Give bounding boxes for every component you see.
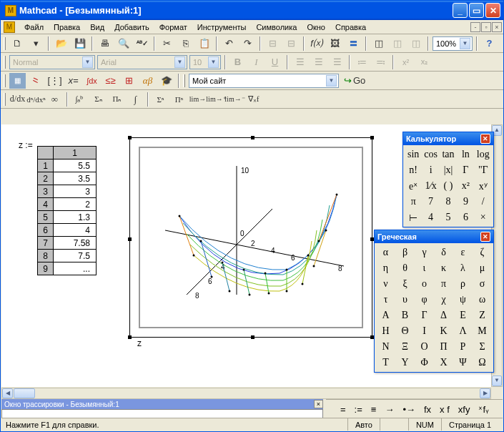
calculator-palette[interactable]: Калькулятор ✕ sincostanlnlogn!i|x|Γ"Γeˣ1… — [402, 132, 494, 227]
greek-key[interactable]: Σ — [473, 339, 492, 355]
copy-button[interactable]: ⎘ — [177, 36, 194, 51]
palette-title[interactable]: Калькулятор ✕ — [403, 132, 493, 145]
symbolic-palette-button[interactable]: 🎓 — [158, 73, 174, 89]
menu-инструменты[interactable]: Инструменты — [192, 21, 252, 33]
greek-key[interactable]: ε — [453, 245, 473, 260]
greek-key[interactable]: Η — [376, 323, 395, 339]
greek-key[interactable]: χ — [434, 292, 453, 308]
eval-palette-button[interactable]: x= — [65, 73, 81, 89]
calc-key[interactable]: × — [475, 210, 492, 225]
site-combo[interactable]: Мой сайт ▼ — [189, 74, 339, 88]
limit-button[interactable]: lim→ — [189, 92, 206, 107]
greek-key[interactable]: Β — [395, 308, 415, 323]
bold-button[interactable]: B — [229, 54, 246, 70]
eval-op[interactable]: ˣfᵧ — [478, 404, 489, 415]
greek-key[interactable]: ξ — [395, 276, 415, 292]
mdi-minimize[interactable]: - — [470, 22, 480, 32]
align-button[interactable]: ⊟ — [265, 36, 281, 51]
calc-key[interactable]: cos — [422, 147, 439, 162]
greek-key[interactable]: Ν — [376, 339, 395, 355]
greek-key[interactable]: Θ — [395, 323, 415, 339]
grip-icon[interactable] — [4, 56, 6, 69]
eval-op[interactable]: •→ — [402, 404, 415, 415]
calc-key[interactable]: xʸ — [475, 178, 492, 194]
eval-op[interactable]: xfy — [458, 404, 470, 415]
greek-key[interactable]: ν — [376, 276, 395, 292]
save-button[interactable]: 💾 — [71, 36, 88, 51]
calc-key[interactable]: 8 — [440, 194, 457, 210]
table-row[interactable]: 51.3 — [38, 211, 97, 224]
surface-plot[interactable]: 10 0 2 4 6 8 4 6 8 — [139, 147, 363, 328]
size-combo[interactable]: 10 ▼ — [189, 55, 221, 69]
calc-button[interactable]: 〓 — [345, 36, 362, 51]
calc-palette-button[interactable]: ∫dx — [84, 73, 100, 89]
table-row[interactable]: 15.5 — [38, 159, 97, 172]
greek-key[interactable]: δ — [434, 245, 453, 260]
grip-icon[interactable] — [4, 93, 6, 106]
surface-plot-frame[interactable]: 10 0 2 4 6 8 4 6 8 — [129, 137, 372, 338]
eval-op[interactable]: → — [385, 404, 394, 415]
cell-value[interactable]: 1.3 — [54, 211, 97, 224]
font-combo[interactable]: Arial ▼ — [97, 55, 187, 69]
indef-integral-button[interactable]: ∫ — [127, 92, 144, 107]
spellcheck-button[interactable]: ᴬᴮ✓ — [134, 36, 150, 51]
cell-value[interactable]: ... — [54, 262, 97, 275]
greek-key[interactable]: β — [395, 245, 415, 260]
calc-key[interactable]: / — [475, 194, 492, 210]
mdi-restore[interactable]: ▫ — [481, 22, 491, 32]
cell-value[interactable]: 3.5 — [54, 172, 97, 185]
calc-key[interactable]: |x| — [440, 162, 457, 178]
scroll-left-icon[interactable]: ◀ — [2, 388, 13, 398]
cell-value[interactable]: 4 — [54, 224, 97, 237]
table-row[interactable]: 9... — [38, 262, 97, 275]
greek-key[interactable]: Ζ — [473, 308, 492, 323]
align-center-button[interactable]: ☰ — [310, 54, 327, 70]
greek-key[interactable]: τ — [376, 292, 395, 308]
calc-key[interactable]: Γ — [457, 162, 474, 178]
grip-icon[interactable] — [4, 74, 6, 87]
dropdown-icon[interactable]: ▼ — [460, 38, 470, 49]
greek-key[interactable]: Χ — [434, 355, 453, 370]
greek-key[interactable]: Ψ — [453, 355, 473, 370]
menu-правка[interactable]: Правка — [49, 21, 85, 33]
table-row[interactable]: 64 — [38, 224, 97, 237]
greek-palette-button[interactable]: αβ — [139, 73, 156, 89]
zoom-combo[interactable]: 100% ▼ — [433, 36, 473, 51]
graph-palette-button[interactable]: ⺀ — [28, 73, 44, 89]
gradient-button[interactable]: ∇ₓf — [245, 92, 262, 107]
calc-key[interactable]: 5 — [440, 210, 457, 225]
cell-value[interactable]: 3 — [54, 185, 97, 198]
greek-key[interactable]: ψ — [453, 292, 473, 308]
underline-button[interactable]: U — [267, 54, 283, 70]
link-button[interactable]: ◫ — [407, 36, 424, 51]
open-button[interactable]: 📂 — [53, 36, 69, 51]
def-integral-button[interactable]: ∫ₐᵇ — [71, 92, 88, 107]
italic-button[interactable]: I — [248, 54, 265, 70]
numbers-button[interactable]: ≕ — [372, 54, 389, 70]
greek-key[interactable]: Λ — [453, 323, 473, 339]
component-button[interactable]: ◫ — [370, 36, 387, 51]
calc-key[interactable]: ⊢ — [405, 210, 422, 225]
table-row[interactable]: 42 — [38, 198, 97, 211]
greek-key[interactable]: ω — [473, 292, 492, 308]
greek-key[interactable]: ζ — [473, 245, 492, 260]
align2-button[interactable]: ⊟ — [283, 36, 300, 51]
calc-key[interactable]: x² — [457, 178, 474, 194]
paste-button[interactable]: 📋 — [196, 36, 212, 51]
cell-value[interactable]: 2 — [54, 198, 97, 211]
align-right-button[interactable]: ☰ — [329, 54, 345, 70]
greek-key[interactable]: υ — [395, 292, 415, 308]
preview-button[interactable]: 🔍 — [115, 36, 132, 51]
close-button[interactable]: ✕ — [485, 3, 500, 18]
greek-key[interactable]: α — [376, 245, 395, 260]
calc-key[interactable]: sin — [405, 147, 422, 162]
menu-окно[interactable]: Окно — [302, 21, 330, 33]
infinity-button[interactable]: ∞ — [46, 92, 63, 107]
bool-palette-button[interactable]: ≤≥ — [102, 73, 119, 89]
trace-titlebar[interactable]: Окно трассировки - Безымянный:1 × — [1, 399, 323, 409]
horizontal-scrollbar[interactable]: ◀ ▶ — [1, 388, 491, 399]
prod-button[interactable]: Πⁿ — [171, 92, 187, 107]
greek-key[interactable]: λ — [453, 260, 473, 276]
new-button[interactable]: 🗋 — [9, 36, 26, 51]
menu-символика[interactable]: Символика — [251, 21, 302, 33]
